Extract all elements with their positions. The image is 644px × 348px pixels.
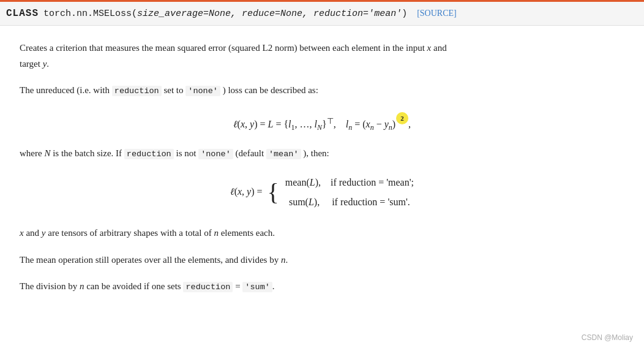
paragraph-5: The mean operation still operates over a… — [20, 252, 624, 268]
formula-1: ℓ(x, y) = L = {l1, …, lN}⊤, ln = (xn − y… — [20, 112, 624, 133]
main-content: Creates a criterion that measures the me… — [0, 26, 644, 320]
page-container: CLASS torch.nn.MSELoss(size_average=None… — [0, 0, 644, 348]
paragraph-3: where N is the batch size. If reduction … — [20, 146, 624, 162]
reduction-code-3: reduction — [183, 282, 233, 292]
mean-code-1: 'mean' — [266, 149, 301, 159]
class-name: torch.nn.MSELoss — [43, 9, 132, 19]
none-code-1: 'none' — [185, 86, 220, 96]
paragraph-1: Creates a criterion that measures the me… — [20, 40, 624, 72]
sum-code-1: 'sum' — [242, 282, 272, 292]
case-sum: sum(L), if reduction = 'sum'. — [285, 192, 414, 212]
class-keyword: CLASS — [6, 8, 39, 19]
paragraph-6: The division by n can be avoided if one … — [20, 279, 624, 295]
class-signature: torch.nn.MSELoss(size_average=None, redu… — [43, 9, 407, 19]
class-params: size_average=None, reduce=None, reductio… — [137, 9, 402, 19]
none-code-2: 'none' — [198, 149, 233, 159]
case-mean: mean(L), if reduction = 'mean'; — [285, 173, 414, 192]
piecewise-brace: { — [268, 178, 279, 206]
piecewise-cases: mean(L), if reduction = 'mean'; sum(L), … — [285, 173, 414, 212]
paragraph-2: The unreduced (i.e. with reduction set t… — [20, 83, 624, 99]
reduction-code-1: reduction — [112, 86, 162, 96]
reduction-code-2: reduction — [124, 149, 174, 159]
formula-2: ℓ(x, y) = { mean(L), if reduction = 'mea… — [20, 173, 624, 212]
source-link[interactable]: [SOURCE] — [417, 9, 457, 18]
class-header: CLASS torch.nn.MSELoss(size_average=None… — [0, 0, 644, 26]
paragraph-4: x and y are tensors of arbitrary shapes … — [20, 225, 624, 241]
watermark: CSDN @Moliay — [582, 333, 633, 342]
